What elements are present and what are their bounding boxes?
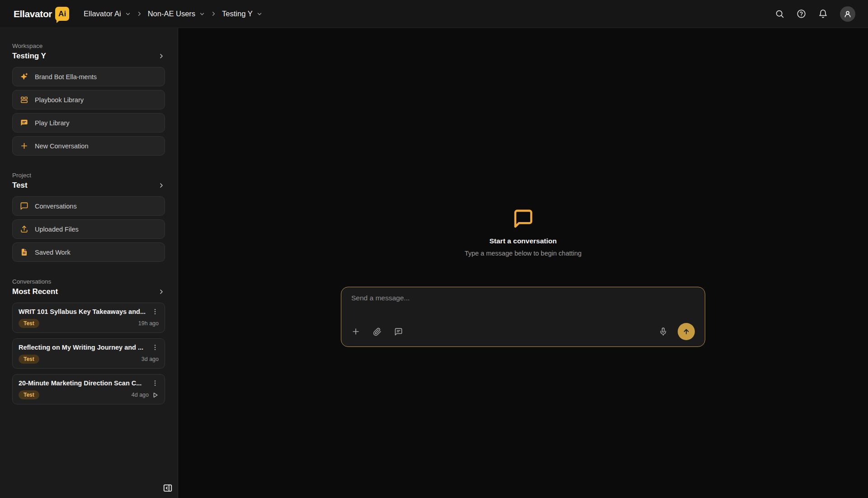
chat-bubble-icon bbox=[20, 202, 28, 210]
bell-icon[interactable] bbox=[818, 9, 828, 19]
workspace-section-label: Workspace bbox=[12, 43, 165, 49]
app-logo[interactable]: Ellavator Ai bbox=[14, 7, 69, 21]
sidebar-item-label: New Conversation bbox=[35, 142, 88, 150]
sidebar-item-saved-work[interactable]: Saved Work bbox=[12, 242, 165, 262]
sidebar-item-uploaded-files[interactable]: Uploaded Files bbox=[12, 219, 165, 239]
sidebar-item-label: Conversations bbox=[35, 203, 77, 210]
breadcrumb-team-dropdown[interactable]: Non-AE Users bbox=[148, 9, 205, 18]
conversation-timestamp: 19h ago bbox=[138, 320, 159, 327]
user-avatar[interactable] bbox=[840, 6, 855, 22]
chevron-right-icon bbox=[158, 52, 165, 60]
sidebar-item-label: Saved Work bbox=[35, 249, 71, 256]
conversation-list-item[interactable]: WRIT 101 Syllabus Key Takeaways and... T… bbox=[12, 303, 165, 333]
logo-ai-badge: Ai bbox=[55, 7, 69, 21]
project-name: Test bbox=[12, 181, 28, 190]
sidebar-item-conversations[interactable]: Conversations bbox=[12, 196, 165, 216]
conversation-timestamp: 3d ago bbox=[142, 356, 159, 362]
send-button[interactable] bbox=[678, 323, 695, 340]
breadcrumb-current-dropdown[interactable]: Testing Y bbox=[222, 9, 263, 18]
chat-bubble-icon bbox=[513, 208, 534, 229]
help-icon[interactable] bbox=[797, 9, 806, 19]
topbar: Ellavator Ai Ellavator Ai Non-AE Users T… bbox=[0, 0, 868, 28]
project-badge: Test bbox=[19, 319, 39, 328]
message-input[interactable] bbox=[351, 294, 695, 302]
conversation-timestamp: 4d ago bbox=[132, 392, 149, 398]
attachment-icon[interactable] bbox=[373, 327, 382, 336]
sidebar: Workspace Testing Y Brand Bot Ella-ments… bbox=[0, 28, 178, 498]
conversation-title: Reflecting on My Writing Journey and ... bbox=[19, 344, 148, 351]
chevron-down-icon bbox=[199, 11, 205, 17]
empty-state-title: Start a conversation bbox=[489, 237, 557, 245]
conversation-list-item[interactable]: Reflecting on My Writing Journey and ...… bbox=[12, 338, 165, 369]
sidebar-item-play-library[interactable]: Play Library bbox=[12, 113, 165, 133]
logo-text: Ellavator bbox=[14, 9, 52, 19]
add-icon[interactable] bbox=[351, 327, 360, 336]
workspace-selector[interactable]: Testing Y bbox=[12, 52, 165, 61]
document-icon bbox=[20, 248, 28, 256]
more-options-icon[interactable] bbox=[151, 379, 159, 387]
breadcrumb: Ellavator Ai Non-AE Users Testing Y bbox=[84, 9, 263, 18]
upload-icon bbox=[20, 225, 28, 233]
sidebar-item-label: Brand Bot Ella-ments bbox=[35, 73, 97, 81]
search-icon[interactable] bbox=[775, 9, 784, 19]
workspace-name: Testing Y bbox=[12, 52, 46, 61]
project-badge: Test bbox=[19, 355, 39, 364]
plus-icon bbox=[20, 142, 28, 150]
more-options-icon[interactable] bbox=[151, 344, 159, 351]
new-conversation-button[interactable]: New Conversation bbox=[12, 136, 165, 156]
message-composer bbox=[341, 287, 705, 347]
empty-state-subtitle: Type a message below to begin chatting bbox=[465, 250, 582, 257]
breadcrumb-label: Ellavator Ai bbox=[84, 9, 121, 18]
play-icon[interactable] bbox=[152, 392, 159, 398]
chevron-down-icon bbox=[256, 11, 263, 17]
chevron-down-icon bbox=[125, 11, 131, 17]
project-badge: Test bbox=[19, 390, 39, 399]
conversation-list-item[interactable]: 20-Minute Marketing Direction Scan C... … bbox=[12, 374, 165, 404]
conversations-sort: Most Recent bbox=[12, 287, 58, 296]
chevron-right-icon bbox=[158, 182, 165, 189]
conversations-section-label: Conversations bbox=[12, 278, 165, 285]
sidebar-item-playbook-library[interactable]: Playbook Library bbox=[12, 90, 165, 109]
topbar-actions bbox=[775, 6, 855, 22]
empty-state: Start a conversation Type a message belo… bbox=[178, 208, 868, 257]
sidebar-item-label: Uploaded Files bbox=[35, 226, 79, 233]
conversations-sort-selector[interactable]: Most Recent bbox=[12, 287, 165, 296]
sparkles-icon bbox=[20, 72, 28, 81]
sidebar-item-brand-bot[interactable]: Brand Bot Ella-ments bbox=[12, 67, 165, 86]
more-options-icon[interactable] bbox=[151, 308, 159, 315]
sidebar-item-label: Play Library bbox=[35, 119, 70, 127]
chevron-right-icon bbox=[136, 10, 143, 17]
breadcrumb-label: Non-AE Users bbox=[148, 9, 195, 18]
breadcrumb-workspace-dropdown[interactable]: Ellavator Ai bbox=[84, 9, 131, 18]
project-section-label: Project bbox=[12, 172, 165, 179]
conversation-title: 20-Minute Marketing Direction Scan C... bbox=[19, 379, 148, 387]
breadcrumb-label: Testing Y bbox=[222, 9, 253, 18]
conversation-title: WRIT 101 Syllabus Key Takeaways and... bbox=[19, 308, 148, 315]
sidebar-item-label: Playbook Library bbox=[35, 96, 84, 104]
microphone-icon[interactable] bbox=[659, 327, 668, 336]
chevron-right-icon bbox=[158, 288, 165, 295]
message-lines-icon bbox=[20, 119, 28, 127]
layout-icon bbox=[20, 95, 28, 104]
main-content: Start a conversation Type a message belo… bbox=[178, 28, 868, 498]
project-selector[interactable]: Test bbox=[12, 181, 165, 190]
collapse-sidebar-icon[interactable] bbox=[162, 482, 174, 494]
chevron-right-icon bbox=[210, 10, 217, 17]
prompt-library-icon[interactable] bbox=[394, 327, 403, 336]
